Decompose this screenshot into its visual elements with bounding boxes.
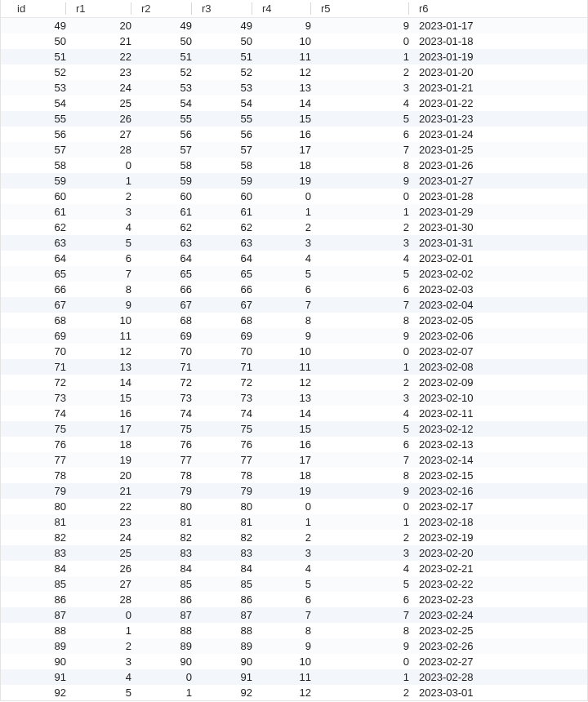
column-header-r2[interactable]: r2 <box>136 0 197 17</box>
cell-id[interactable]: 54 <box>12 96 71 111</box>
cell-r3[interactable]: 73 <box>197 390 257 406</box>
cell-r4[interactable]: 6 <box>257 592 316 607</box>
cell-r3[interactable]: 58 <box>197 158 257 173</box>
cell-idx[interactable] <box>1 313 12 328</box>
column-header-r6[interactable]: r6 <box>414 0 587 17</box>
cell-r2[interactable]: 61 <box>136 204 197 220</box>
cell-r6[interactable]: 2023-02-26 <box>414 638 587 654</box>
cell-r2[interactable]: 53 <box>136 80 197 96</box>
table-row[interactable]: 502150501002023-01-18 <box>1 33 587 49</box>
cell-r5[interactable]: 3 <box>316 235 414 251</box>
cell-r4[interactable]: 8 <box>257 313 316 328</box>
cell-r3[interactable]: 77 <box>197 452 257 468</box>
cell-r1[interactable]: 24 <box>71 80 136 96</box>
table-row[interactable]: 69116969992023-02-06 <box>1 328 587 344</box>
cell-id[interactable]: 69 <box>12 328 71 344</box>
cell-r6[interactable]: 2023-01-25 <box>414 142 587 158</box>
cell-r6[interactable]: 2023-02-08 <box>414 359 587 375</box>
table-row[interactable]: 85278585552023-02-22 <box>1 576 587 592</box>
table-row[interactable]: 8928989992023-02-26 <box>1 638 587 654</box>
cell-r2[interactable]: 63 <box>136 235 197 251</box>
cell-r6[interactable]: 2023-01-20 <box>414 64 587 80</box>
cell-r6[interactable]: 2023-02-11 <box>414 406 587 421</box>
table-row[interactable]: 49204949992023-01-17 <box>1 18 587 33</box>
cell-r1[interactable]: 20 <box>71 468 136 483</box>
table-row[interactable]: 90390901002023-02-27 <box>1 654 587 669</box>
cell-id[interactable]: 50 <box>12 33 71 49</box>
cell-r2[interactable]: 75 <box>136 421 197 437</box>
cell-r3[interactable]: 60 <box>197 189 257 204</box>
table-row[interactable]: 6136161112023-01-29 <box>1 204 587 220</box>
table-row[interactable]: 552655551552023-01-23 <box>1 111 587 127</box>
cell-id[interactable]: 79 <box>12 483 71 499</box>
table-row[interactable]: 792179791992023-02-16 <box>1 483 587 499</box>
cell-id[interactable]: 56 <box>12 127 71 142</box>
table-row[interactable]: 81238181112023-02-18 <box>1 514 587 530</box>
cell-r1[interactable]: 12 <box>71 344 136 359</box>
cell-r6[interactable]: 2023-02-24 <box>414 607 587 623</box>
cell-r3[interactable]: 52 <box>197 64 257 80</box>
cell-r1[interactable]: 21 <box>71 483 136 499</box>
cell-r6[interactable]: 2023-02-06 <box>414 328 587 344</box>
cell-id[interactable]: 64 <box>12 251 71 266</box>
cell-r3[interactable]: 84 <box>197 561 257 576</box>
cell-r3[interactable]: 79 <box>197 483 257 499</box>
cell-r5[interactable]: 8 <box>316 158 414 173</box>
cell-r2[interactable]: 85 <box>136 576 197 592</box>
column-header-r5[interactable]: r5 <box>316 0 414 17</box>
cell-r4[interactable]: 18 <box>257 158 316 173</box>
cell-r4[interactable]: 0 <box>257 499 316 514</box>
cell-r1[interactable]: 23 <box>71 64 136 80</box>
cell-r2[interactable]: 86 <box>136 592 197 607</box>
cell-r3[interactable]: 62 <box>197 220 257 235</box>
cell-id[interactable]: 87 <box>12 607 71 623</box>
cell-idx[interactable] <box>1 607 12 623</box>
cell-id[interactable]: 81 <box>12 514 71 530</box>
cell-id[interactable]: 49 <box>12 18 71 33</box>
cell-r2[interactable]: 56 <box>136 127 197 142</box>
cell-idx[interactable] <box>1 452 12 468</box>
cell-r3[interactable]: 75 <box>197 421 257 437</box>
cell-r5[interactable]: 6 <box>316 437 414 452</box>
cell-r2[interactable]: 51 <box>136 49 197 64</box>
cell-r1[interactable]: 6 <box>71 251 136 266</box>
cell-r5[interactable]: 2 <box>316 685 414 700</box>
cell-r3[interactable]: 51 <box>197 49 257 64</box>
cell-idx[interactable] <box>1 499 12 514</box>
cell-r3[interactable]: 65 <box>197 266 257 282</box>
cell-r6[interactable]: 2023-02-18 <box>414 514 587 530</box>
cell-r5[interactable]: 6 <box>316 592 414 607</box>
table-row[interactable]: 572857571772023-01-25 <box>1 142 587 158</box>
cell-r3[interactable]: 91 <box>197 669 257 685</box>
cell-r5[interactable]: 0 <box>316 344 414 359</box>
cell-r4[interactable]: 10 <box>257 654 316 669</box>
cell-r3[interactable]: 69 <box>197 328 257 344</box>
cell-r3[interactable]: 56 <box>197 127 257 142</box>
cell-r5[interactable]: 0 <box>316 654 414 669</box>
cell-idx[interactable] <box>1 33 12 49</box>
cell-r6[interactable]: 2023-01-27 <box>414 173 587 189</box>
cell-r3[interactable]: 87 <box>197 607 257 623</box>
cell-r5[interactable]: 0 <box>316 189 414 204</box>
cell-id[interactable]: 66 <box>12 282 71 297</box>
table-row[interactable]: 6466464442023-02-01 <box>1 251 587 266</box>
cell-r1[interactable]: 5 <box>71 235 136 251</box>
cell-id[interactable]: 80 <box>12 499 71 514</box>
cell-r6[interactable]: 2023-02-03 <box>414 282 587 297</box>
cell-r1[interactable]: 16 <box>71 406 136 421</box>
cell-r6[interactable]: 2023-02-09 <box>414 375 587 390</box>
cell-r2[interactable]: 64 <box>136 251 197 266</box>
cell-r1[interactable]: 21 <box>71 33 136 49</box>
cell-id[interactable]: 72 <box>12 375 71 390</box>
cell-r1[interactable]: 3 <box>71 204 136 220</box>
cell-r4[interactable]: 16 <box>257 127 316 142</box>
cell-r4[interactable]: 2 <box>257 530 316 545</box>
cell-id[interactable]: 57 <box>12 142 71 158</box>
cell-idx[interactable] <box>1 654 12 669</box>
cell-r1[interactable]: 28 <box>71 142 136 158</box>
cell-idx[interactable] <box>1 359 12 375</box>
cell-r2[interactable]: 76 <box>136 437 197 452</box>
cell-idx[interactable] <box>1 406 12 421</box>
cell-r2[interactable]: 89 <box>136 638 197 654</box>
cell-idx[interactable] <box>1 80 12 96</box>
